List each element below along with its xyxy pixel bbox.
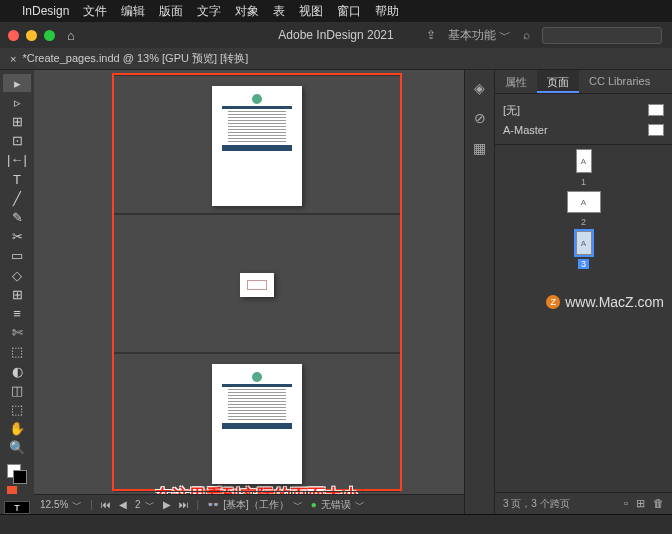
window-controls bbox=[8, 30, 55, 41]
preflight-status[interactable]: ● 无错误 ﹀ bbox=[311, 498, 365, 512]
panel-footer: 3 页，3 个跨页 ▫ ⊞ 🗑 bbox=[495, 492, 672, 514]
document-tab[interactable]: × *Create_pages.indd @ 13% [GPU 预览] [转换] bbox=[0, 48, 672, 70]
menu-item[interactable]: 文字 bbox=[197, 3, 221, 20]
page-thumb-3[interactable]: A bbox=[576, 231, 592, 255]
workspace-dropdown[interactable]: 基本功能 ﹀ bbox=[448, 27, 511, 44]
menu-item[interactable]: 对象 bbox=[235, 3, 259, 20]
dock-swatches-icon[interactable]: ▦ bbox=[470, 138, 490, 158]
prev-page-icon[interactable]: ◀ bbox=[119, 499, 127, 510]
tab-cc-libraries[interactable]: CC Libraries bbox=[579, 70, 660, 93]
page-thumb-2[interactable]: A bbox=[567, 191, 601, 213]
prev-spread-icon[interactable]: ⏮ bbox=[101, 499, 111, 510]
menu-item[interactable]: 版面 bbox=[159, 3, 183, 20]
page-count: 3 页，3 个跨页 bbox=[503, 497, 570, 511]
menubar: InDesign 文件 编辑 版面 文字 对象 表 视图 窗口 帮助 bbox=[0, 0, 672, 22]
document-tab-label: *Create_pages.indd @ 13% [GPU 预览] [转换] bbox=[22, 51, 248, 66]
app-title: Adobe InDesign 2021 bbox=[278, 28, 393, 42]
preflight-profile[interactable]: 👓 [基本]（工作） ﹀ bbox=[207, 498, 303, 512]
view-mode[interactable]: T bbox=[4, 501, 30, 514]
zoom-tool[interactable]: 🔍 bbox=[3, 439, 31, 457]
status-bar: 12.5% ﹀ | ⏮ ◀ 2 ﹀ ▶ ⏭ | 👓 [基本]（工作） ﹀ ● 无… bbox=[34, 494, 464, 514]
note-tool[interactable]: ◐ bbox=[3, 362, 31, 380]
page-number: 3 bbox=[578, 259, 589, 269]
free-transform-tool[interactable]: ≡ bbox=[3, 304, 31, 322]
delete-page-icon[interactable]: 🗑 bbox=[653, 497, 664, 510]
pen-tool[interactable]: ✎ bbox=[3, 208, 31, 226]
watermark: Z www.MacZ.com bbox=[546, 294, 664, 310]
eyedropper-tool[interactable]: ⬚ bbox=[3, 400, 31, 418]
titlebar: ⌂ Adobe InDesign 2021 ⇪ 基本功能 ﹀ ⌕ bbox=[0, 22, 672, 48]
master-a[interactable]: A-Master bbox=[503, 120, 664, 140]
bottom-strip bbox=[0, 514, 672, 534]
color-theme-tool[interactable]: ◫ bbox=[3, 381, 31, 399]
gradient-feather-tool[interactable]: ⬚ bbox=[3, 343, 31, 361]
hand-tool[interactable]: ✋ bbox=[3, 420, 31, 438]
pages-list: A 1 A 2 A 3 bbox=[503, 149, 664, 269]
next-page-icon[interactable]: ▶ bbox=[163, 499, 171, 510]
edit-page-size-icon[interactable]: ▫ bbox=[624, 497, 628, 510]
menu-item[interactable]: 帮助 bbox=[375, 3, 399, 20]
panel-tabs: 属性 页面 CC Libraries bbox=[495, 70, 672, 94]
rectangle-frame-tool[interactable]: ▭ bbox=[3, 247, 31, 265]
search-input[interactable] bbox=[542, 27, 662, 44]
pencil-tool[interactable]: ✂ bbox=[3, 228, 31, 246]
page-2[interactable] bbox=[240, 273, 274, 297]
menu-item[interactable]: InDesign bbox=[22, 4, 69, 18]
search-icon[interactable]: ⌕ bbox=[523, 28, 530, 42]
menu-item[interactable]: 窗口 bbox=[337, 3, 361, 20]
watermark-badge: Z bbox=[546, 295, 560, 309]
new-page-icon[interactable]: ⊞ bbox=[636, 497, 645, 510]
share-icon[interactable]: ⇪ bbox=[426, 28, 436, 42]
spread-3[interactable] bbox=[114, 353, 400, 492]
content-collector-tool[interactable]: |←| bbox=[3, 151, 31, 169]
gradient-swatch-tool[interactable]: ✄ bbox=[3, 324, 31, 342]
next-spread-icon[interactable]: ⏭ bbox=[179, 499, 189, 510]
tab-pages[interactable]: 页面 bbox=[537, 70, 579, 93]
page-tool[interactable]: ⊞ bbox=[3, 112, 31, 130]
right-dock: ◈ ⊘ ▦ bbox=[464, 70, 494, 514]
pages-panel: 属性 页面 CC Libraries [无] A-Master A 1 A 2 … bbox=[494, 70, 672, 514]
line-tool[interactable]: ╱ bbox=[3, 189, 31, 207]
type-tool[interactable]: T bbox=[3, 170, 31, 188]
direct-selection-tool[interactable]: ▹ bbox=[3, 93, 31, 111]
selection-tool[interactable]: ▸ bbox=[3, 74, 31, 92]
dock-links-icon[interactable]: ⊘ bbox=[470, 108, 490, 128]
minimize-button[interactable] bbox=[26, 30, 37, 41]
page-number: 2 bbox=[581, 217, 586, 227]
menu-item[interactable]: 文件 bbox=[83, 3, 107, 20]
close-button[interactable] bbox=[8, 30, 19, 41]
scissors-tool[interactable]: ⊞ bbox=[3, 285, 31, 303]
dock-layers-icon[interactable]: ◈ bbox=[470, 78, 490, 98]
canvas[interactable]: 在这里看到实际的页面大小 12.5% ﹀ | ⏮ ◀ 2 ﹀ ▶ ⏭ | 👓 [… bbox=[34, 70, 464, 514]
zoom-level[interactable]: 12.5% ﹀ bbox=[40, 498, 82, 512]
rectangle-tool[interactable]: ◇ bbox=[3, 266, 31, 284]
master-none[interactable]: [无] bbox=[503, 100, 664, 120]
menu-item[interactable]: 视图 bbox=[299, 3, 323, 20]
maximize-button[interactable] bbox=[44, 30, 55, 41]
fill-stroke-swatch[interactable] bbox=[7, 464, 27, 494]
spread-2[interactable] bbox=[114, 214, 400, 353]
page-thumb-1[interactable]: A bbox=[576, 149, 592, 173]
tab-properties[interactable]: 属性 bbox=[495, 70, 537, 93]
gap-tool[interactable]: ⊡ bbox=[3, 132, 31, 150]
tools-panel: ▸ ▹ ⊞ ⊡ |←| T ╱ ✎ ✂ ▭ ◇ ⊞ ≡ ✄ ⬚ ◐ ◫ ⬚ ✋ … bbox=[0, 70, 34, 514]
menu-item[interactable]: 编辑 bbox=[121, 3, 145, 20]
home-icon[interactable]: ⌂ bbox=[67, 28, 75, 43]
page-number: 1 bbox=[581, 177, 586, 187]
page-selector[interactable]: 2 ﹀ bbox=[135, 498, 155, 512]
page-1[interactable] bbox=[212, 86, 302, 206]
close-icon[interactable]: × bbox=[10, 53, 16, 65]
menu-item[interactable]: 表 bbox=[273, 3, 285, 20]
spread-1[interactable] bbox=[114, 75, 400, 214]
page-3[interactable] bbox=[212, 364, 302, 484]
